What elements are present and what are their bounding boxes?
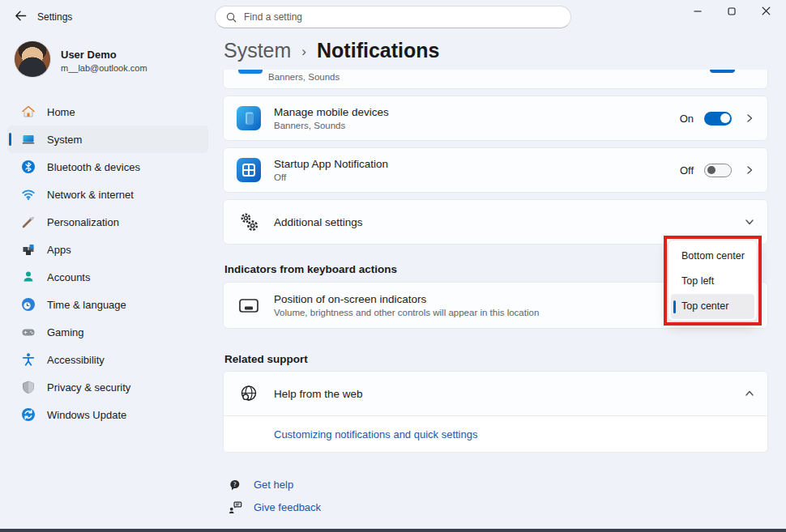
avatar[interactable] [14,40,51,78]
card-title: Startup App Notification [274,158,680,170]
gaming-icon [21,325,36,339]
sidebar-item-label: Bluetooth & devices [47,161,140,173]
chevron-up-icon [745,389,754,398]
sidebar-item-accounts[interactable]: Accounts [7,263,208,291]
sidebar-item-privacy-security[interactable]: Privacy & security [7,373,208,401]
sidebar-item-network-internet[interactable]: Network & internet [7,181,208,208]
windows-update-icon [21,407,36,422]
manage-mobile-devices-toggle[interactable] [704,112,732,126]
web-globe-icon [237,381,261,406]
settings-window: Settings User Demo m__lab@outlook.com Ho… [0,0,786,532]
accounts-icon [21,270,36,284]
sidebar-item-label: Accounts [47,271,90,283]
help-links-area: Customizing notifications and quick sett… [224,416,767,452]
page-title: Notifications [317,39,439,62]
sidebar-item-label: Accessibility [47,354,105,366]
gears-icon [237,210,261,234]
sidebar-item-time-language[interactable]: Time & language [7,291,208,318]
get-help-link[interactable]: ? Get help [228,477,293,492]
window-bottom-border [0,529,786,532]
card-subtitle: Banners, Sounds [274,121,680,130]
sidebar-item-label: Privacy & security [47,381,130,394]
footer-link-label: Get help [254,479,293,491]
back-button[interactable] [10,7,31,27]
clipped-toggle[interactable] [710,70,735,73]
sidebar-item-apps[interactable]: Apps [7,236,208,263]
sidebar-item-bluetooth-devices[interactable]: Bluetooth & devices [7,153,208,181]
network-icon [21,187,36,202]
startup-app-notification-card[interactable]: Startup App Notification Off Off [223,147,768,193]
sidebar-item-label: Personalization [47,216,119,228]
card-subtitle: Banners, Sounds [268,72,340,82]
breadcrumb-parent[interactable]: System [224,39,291,62]
back-arrow-icon [13,8,28,27]
section-header-related-support: Related support [224,353,308,365]
position-dropdown-flyout: Bottom center Top left Top center [668,240,758,321]
sidebar-item-label: System [47,134,82,146]
sidebar-item-label: Network & internet [47,189,134,201]
dropdown-option-top-center[interactable]: Top center [671,294,754,319]
dropdown-option-top-left[interactable]: Top left [669,269,757,294]
give-feedback-link[interactable]: Give feedback [228,500,321,515]
get-help-icon: ? [228,477,243,492]
clipped-app-icon [238,70,263,74]
home-icon [21,104,36,119]
breadcrumb-separator-icon: › [301,41,306,60]
apps-icon [21,242,36,257]
dropdown-option-bottom-center[interactable]: Bottom center [669,244,757,269]
sidebar-item-system[interactable]: System [7,126,208,153]
bluetooth-icon [21,160,36,174]
system-icon [21,132,36,147]
sidebar-item-windows-update[interactable]: Windows Update [7,401,208,428]
accessibility-icon [21,352,36,367]
sidebar-item-label: Time & language [47,299,126,311]
card-title: Additional settings [274,216,742,228]
toggle-state-label: Off [680,164,694,177]
breadcrumb: System › Notifications [224,39,439,62]
card-title: Help from the web [274,388,742,400]
card-subtitle: Off [274,172,680,182]
sidebar-nav: Home System Bluetooth & devices Network … [7,98,208,428]
personalization-icon [21,215,36,229]
sidebar-item-home[interactable]: Home [7,98,208,126]
feedback-icon [228,500,243,515]
mobile-devices-icon [237,106,261,130]
manage-mobile-devices-card[interactable]: Manage mobile devices Banners, Sounds On [223,96,768,141]
notifications-clipped-card[interactable]: Banners, Sounds [223,70,768,89]
additional-settings-card[interactable]: Additional settings [223,199,768,245]
help-from-web-header[interactable]: Help from the web [224,372,767,416]
sidebar-item-label: Home [47,106,75,118]
sidebar-item-label: Apps [47,244,71,256]
startup-app-icon [237,158,261,182]
footer-link-label: Give feedback [254,501,321,513]
user-name: User Demo [61,49,117,61]
sidebar-item-label: Windows Update [47,409,126,421]
toggle-state-label: On [680,113,694,125]
chevron-right-icon [745,113,754,123]
section-header-indicators: Indicators from keyboard actions [224,263,397,275]
app-title: Settings [37,11,72,23]
time-language-icon [21,297,36,312]
svg-text:?: ? [233,481,237,488]
user-email: m__lab@outlook.com [61,63,147,73]
privacy-security-icon [21,380,36,394]
sidebar-item-gaming[interactable]: Gaming [7,318,208,346]
screen-indicator-icon [237,293,261,317]
sidebar-item-accessibility[interactable]: Accessibility [7,346,208,373]
help-from-web-card: Help from the web Customizing notificati… [223,371,768,453]
sidebar-item-personalization[interactable]: Personalization [7,208,208,236]
chevron-right-icon [745,165,754,175]
help-link-customizing-notifications[interactable]: Customizing notifications and quick sett… [274,428,477,440]
card-title: Manage mobile devices [274,106,680,118]
chevron-down-icon [745,217,754,227]
startup-app-notification-toggle[interactable] [704,164,732,177]
sidebar-item-label: Gaming [47,326,84,338]
